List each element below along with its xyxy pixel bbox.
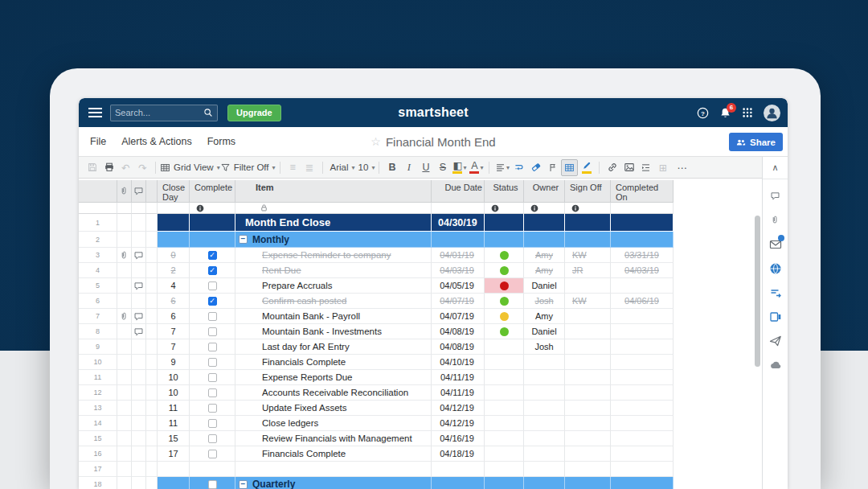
more-button[interactable]: ⋯ <box>671 159 688 176</box>
complete-checkbox[interactable] <box>208 373 217 382</box>
cell-comments[interactable] <box>132 339 146 355</box>
save-icon[interactable] <box>84 159 100 176</box>
cell-attachments[interactable] <box>117 462 132 477</box>
print-icon[interactable] <box>100 159 117 176</box>
cell-comments[interactable] <box>132 431 146 446</box>
cell-close_day[interactable] <box>158 232 190 248</box>
complete-checkbox[interactable] <box>208 312 217 321</box>
cell-spacer[interactable] <box>146 294 158 309</box>
column-header-status[interactable]: Status <box>485 180 524 203</box>
cell-attachments[interactable] <box>117 278 132 294</box>
cell-completed_on[interactable] <box>611 324 674 339</box>
cell-due_date[interactable] <box>432 232 485 248</box>
cell-status[interactable] <box>485 355 524 370</box>
cell-num[interactable]: 2 <box>79 232 117 248</box>
cell-spacer[interactable] <box>146 446 158 462</box>
cell-completed_on[interactable] <box>611 431 674 446</box>
cell-num[interactable]: 12 <box>79 385 117 401</box>
cell-sign_off[interactable] <box>565 355 611 370</box>
paper-plane-icon[interactable] <box>768 334 782 347</box>
column-header-comments[interactable] <box>132 180 146 203</box>
row-attachment-icon[interactable] <box>117 309 132 324</box>
bell-icon[interactable]: 6 <box>719 107 731 119</box>
image-icon[interactable] <box>620 159 637 176</box>
cell-due_date[interactable] <box>432 477 485 489</box>
cell-close_day[interactable]: 7 <box>158 339 190 355</box>
cell-num[interactable]: 16 <box>79 446 117 462</box>
cell-sign_off[interactable]: KW <box>565 248 611 263</box>
cell-num[interactable]: 4 <box>79 263 117 278</box>
cell-completed_on[interactable] <box>611 339 674 355</box>
cell-due_date[interactable]: 04/11/19 <box>432 385 485 401</box>
cell-close_day[interactable]: 17 <box>158 446 190 462</box>
cell-due_date[interactable]: 04/12/19 <box>432 416 485 431</box>
strikethrough-button[interactable]: S <box>434 159 451 176</box>
cell-close_day[interactable]: 2 <box>158 263 190 278</box>
cell-complete[interactable] <box>190 214 235 232</box>
cell-attachments[interactable] <box>117 446 132 462</box>
cell-item[interactable]: Financials Complete <box>235 446 432 462</box>
cloud-icon[interactable] <box>768 358 782 372</box>
cell-sign_off[interactable] <box>565 309 611 324</box>
cell-complete[interactable] <box>190 309 235 324</box>
cell-close_day[interactable]: 7 <box>158 324 190 339</box>
cell-spacer[interactable] <box>146 278 158 294</box>
cell-due_date[interactable]: 04/05/19 <box>432 278 485 294</box>
cell-owner[interactable]: Josh <box>524 339 565 355</box>
cell-spacer[interactable] <box>146 462 158 477</box>
cell-comments[interactable] <box>132 232 146 248</box>
cell-attachments[interactable] <box>117 263 132 278</box>
cell-close_day[interactable]: 6 <box>158 309 190 324</box>
cell-complete[interactable] <box>190 278 235 294</box>
cell-item[interactable]: Accounts Receivable Reconciliation <box>235 385 432 401</box>
cell-attachments[interactable] <box>117 214 132 232</box>
row-attachment-icon[interactable] <box>117 248 132 263</box>
column-info-icon[interactable] <box>524 203 565 214</box>
cell-attachments[interactable] <box>117 355 132 370</box>
cell-close_day[interactable]: 15 <box>158 431 190 446</box>
cell-complete[interactable] <box>190 416 235 431</box>
complete-checkbox[interactable] <box>208 450 217 458</box>
cell-complete[interactable] <box>190 401 235 416</box>
cell-item[interactable]: −Monthly <box>235 232 432 248</box>
cell-owner[interactable] <box>524 232 565 248</box>
complete-checkbox[interactable] <box>208 281 217 290</box>
cell-due_date[interactable]: 04/07/19 <box>432 294 485 309</box>
cell-complete[interactable] <box>190 324 235 339</box>
cell-status[interactable] <box>485 278 524 294</box>
cell-num[interactable]: 1 <box>79 214 117 232</box>
cell-item[interactable]: Update Fixed Assets <box>235 401 432 416</box>
cell-completed_on[interactable] <box>611 370 674 385</box>
cell-sign_off[interactable]: JR <box>565 263 611 278</box>
cell-spacer[interactable] <box>146 477 158 489</box>
cell-item[interactable]: −Quarterly <box>235 477 432 489</box>
column-header-sign_off[interactable]: Sign Off <box>565 180 611 203</box>
cell-spacer[interactable] <box>146 214 158 232</box>
cell-comments[interactable] <box>132 385 146 401</box>
cell-comments[interactable] <box>132 401 146 416</box>
cell-status[interactable] <box>485 324 524 339</box>
underline-button[interactable]: U <box>417 159 434 176</box>
cell-attachments[interactable] <box>117 477 132 489</box>
cell-close_day[interactable]: 10 <box>158 370 190 385</box>
cell-item[interactable]: Last day for AR Entry <box>235 339 432 355</box>
cell-close_day[interactable]: 11 <box>158 401 190 416</box>
complete-checkbox[interactable] <box>208 358 217 367</box>
cell-attachments[interactable] <box>117 339 132 355</box>
cell-status[interactable] <box>485 401 524 416</box>
search-input-wrap[interactable] <box>110 105 218 121</box>
cell-close_day[interactable]: 9 <box>158 355 190 370</box>
complete-checkbox[interactable] <box>208 480 217 489</box>
cell-comments[interactable] <box>132 446 146 462</box>
column-header-due_date[interactable]: Due Date <box>432 180 485 203</box>
cell-owner[interactable]: Amy <box>524 263 565 278</box>
cell-complete[interactable] <box>190 370 235 385</box>
comment-icon[interactable] <box>768 189 782 203</box>
cell-num[interactable]: 6 <box>79 294 117 309</box>
cell-close_day[interactable]: 6 <box>158 294 190 309</box>
menu-item-file[interactable]: File <box>90 136 106 147</box>
cell-sign_off[interactable] <box>565 446 611 462</box>
cell-owner[interactable] <box>524 477 565 489</box>
cell-spacer[interactable] <box>146 431 158 446</box>
cell-sign_off[interactable]: KW <box>565 294 611 309</box>
